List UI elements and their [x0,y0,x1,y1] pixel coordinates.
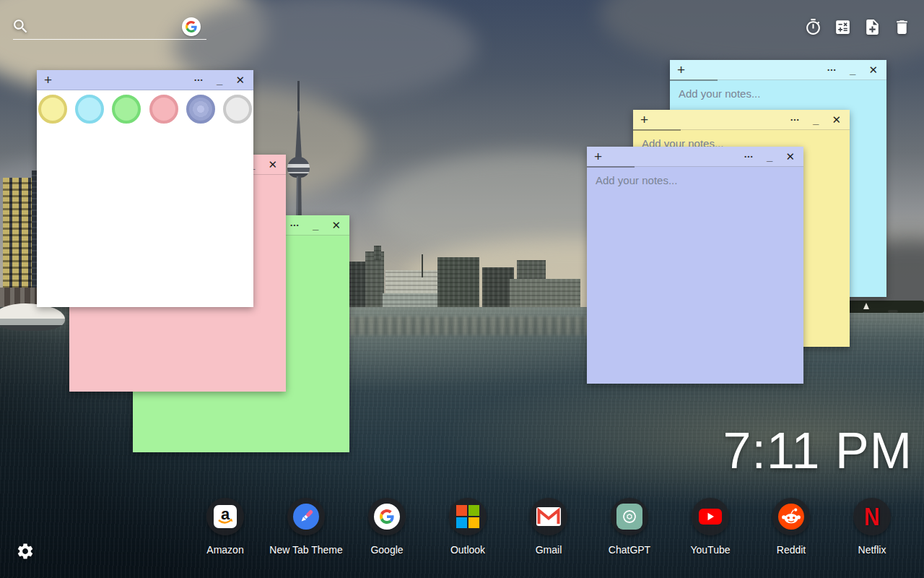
new-tab-page: + ••• _ ✕ + ••• _ ✕ + ••• _ ✕ [0,0,924,578]
note-add-button[interactable] [863,17,881,36]
note-menu-button[interactable]: ••• [827,66,837,73]
calculator-icon [834,18,852,36]
timer-button[interactable] [803,17,822,36]
note-header: + ••• _ ✕ [670,60,886,80]
color-swatch-green[interactable] [112,95,141,124]
note-tab-underline [633,129,681,131]
note-body[interactable]: Add your notes... [670,80,886,107]
timer-icon [804,18,822,36]
note-close-button[interactable]: ✕ [832,113,841,126]
dock-item-reddit[interactable]: Reddit [751,498,832,556]
dock-item-new-tab-theme[interactable]: New Tab Theme [266,498,346,556]
dock-label: New Tab Theme [269,544,342,556]
note-add-icon [863,18,881,36]
sticky-note-white[interactable]: + ••• _ ✕ [37,70,253,307]
note-minimize-button[interactable]: _ [767,153,772,160]
note-menu-button[interactable]: ••• [194,77,204,83]
note-menu-button[interactable]: ••• [744,153,754,160]
dock-label: Outlook [450,544,485,556]
note-body[interactable]: Add your notes... [587,167,803,194]
dock-item-netflix[interactable]: N Netflix [832,498,912,556]
color-swatch-blue[interactable] [186,95,215,124]
sticky-note-purple[interactable]: + ••• _ ✕ Add your notes... [587,147,803,384]
note-body[interactable] [37,128,253,142]
google-icon [368,498,406,535]
shortcut-dock: a Amazon New Tab Theme Google [185,498,912,556]
color-swatch-yellow[interactable] [38,95,67,124]
note-minimize-button[interactable]: _ [850,66,855,74]
note-close-button[interactable]: ✕ [268,158,277,171]
gear-icon [16,542,35,561]
dock-label: Netflix [858,544,886,556]
note-header: + ••• _ ✕ [37,70,253,90]
dock-label: YouTube [690,544,730,556]
cn-tower-pod [287,157,310,178]
netflix-icon: N [853,498,891,535]
note-close-button[interactable]: ✕ [331,219,341,232]
color-palette [37,90,253,128]
gmail-icon [530,498,567,535]
search-underline [13,39,206,40]
note-tab-underline [587,166,635,168]
search-input[interactable] [36,20,180,39]
dock-label: Amazon [206,544,243,556]
note-minimize-button[interactable]: _ [217,77,222,84]
add-note-button[interactable]: + [677,61,685,79]
youtube-icon [692,498,729,535]
add-note-button[interactable]: + [44,71,52,90]
dock-item-google[interactable]: Google [346,498,427,556]
dock-label: ChatGPT [609,544,650,556]
note-menu-button[interactable]: ••• [290,222,300,228]
chatgpt-icon [611,498,648,535]
reddit-icon [772,498,810,535]
color-swatch-cyan[interactable] [75,95,104,124]
dock-item-gmail[interactable]: Gmail [508,498,589,556]
note-close-button[interactable]: ✕ [785,150,795,163]
amazon-icon: a [206,498,244,535]
search-bar [12,16,214,42]
note-tab-underline [670,79,718,81]
add-note-button[interactable]: + [640,111,648,129]
dock-label: Gmail [536,544,562,556]
boat [888,310,898,313]
note-header: + ••• _ ✕ [587,147,803,167]
color-swatch-gray[interactable] [223,95,252,124]
google-g-icon [186,21,197,33]
dock-item-chatgpt[interactable]: ChatGPT [589,498,670,556]
settings-button[interactable] [16,542,36,562]
dock-item-outlook[interactable]: Outlook [427,498,508,556]
dock-item-youtube[interactable]: YouTube [670,498,751,556]
topbar-actions [803,17,911,36]
color-swatch-pink[interactable] [149,95,178,124]
trash-button[interactable] [892,17,911,36]
note-menu-button[interactable]: ••• [790,116,800,123]
cn-tower-antenna [297,81,300,111]
note-minimize-button[interactable]: _ [313,222,318,229]
paintbrush-icon [287,498,325,535]
dock-label: Google [370,544,403,556]
dock-item-amazon[interactable]: a Amazon [185,498,266,556]
trash-icon [893,18,911,36]
sailboat [863,303,869,309]
note-close-button[interactable]: ✕ [235,74,245,87]
dock-label: Reddit [777,544,806,556]
microsoft-icon [449,498,487,535]
google-logo[interactable] [182,17,201,36]
add-note-button[interactable]: + [594,147,602,166]
note-header: + ••• _ ✕ [633,110,850,130]
note-close-button[interactable]: ✕ [868,64,878,77]
search-icon[interactable] [12,17,30,38]
note-minimize-button[interactable]: _ [813,116,819,124]
clock: 7:11 PM [723,422,913,480]
calculator-button[interactable] [833,17,852,36]
